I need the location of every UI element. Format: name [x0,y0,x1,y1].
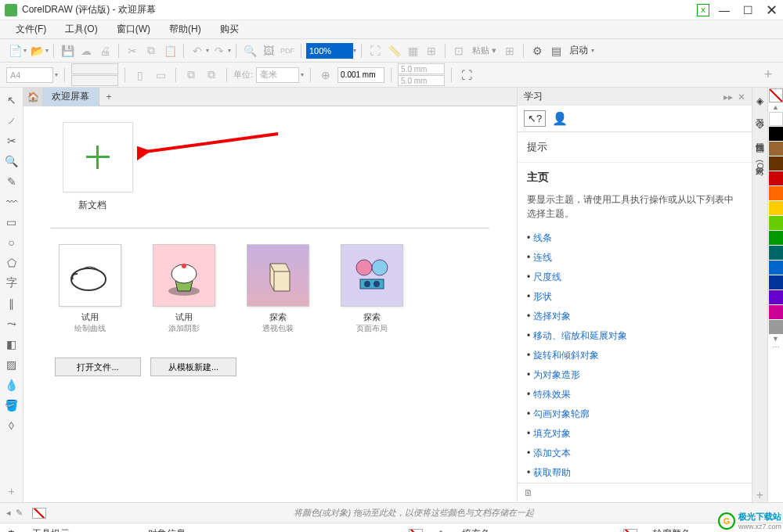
thumb-curves[interactable]: 试用 绘制曲线 [55,244,125,334]
pdf-button[interactable]: PDF [279,42,296,59]
snap-button[interactable]: ⊡ [450,42,467,59]
outline-swatch[interactable] [623,529,637,533]
thumb-perspective[interactable]: 探索 透视包装 [243,244,313,334]
nudge-distance[interactable] [337,67,384,83]
crop-tool[interactable]: ✂ [2,131,21,150]
status-gear-icon[interactable]: ⚙ [6,528,16,533]
duplicate-y[interactable] [398,75,445,86]
no-color[interactable] [769,88,783,102]
link-text[interactable]: 添加文本 [527,444,742,463]
grid-button[interactable]: ▦ [404,42,421,59]
link-lines[interactable]: 线条 [527,228,742,248]
ellipse-tool[interactable]: ○ [2,233,21,252]
palette-menu-icon[interactable]: ⋯ [768,343,783,351]
docker-cube-icon[interactable]: ◈ [756,95,763,106]
print-button[interactable]: 🖨 [96,42,114,59]
link-outline[interactable]: 勾画对象轮廓 [527,404,742,424]
toolbox-plus[interactable]: + [2,482,21,501]
table-button[interactable]: ⊞ [501,42,518,59]
open-file-button[interactable]: 打开文件... [55,358,141,376]
link-shape[interactable]: 形状 [527,287,742,307]
pages-icon[interactable]: ⧉ [182,66,200,84]
color-swatch-7[interactable] [769,216,783,230]
outline-tool[interactable]: ◊ [2,416,21,435]
link-dimension[interactable]: 尺度线 [527,268,742,287]
excel-icon[interactable]: X [697,4,709,16]
outline-pen-icon[interactable]: ✒ [600,529,608,533]
fullscreen-button[interactable]: ⛶ [366,42,384,59]
save-button[interactable]: 💾 [59,42,76,59]
ruler-button[interactable]: 📏 [385,42,402,59]
shape-tool[interactable]: ⟋ [2,111,21,130]
thumb-shadow[interactable]: 试用 添加阴影 [149,244,219,334]
palette-down-icon[interactable]: ▼ [768,335,783,343]
home-tab-icon[interactable]: 🏠 [23,88,42,106]
open-button[interactable]: 📂 [28,42,45,59]
menu-tools[interactable]: 工具(O) [56,21,106,38]
maximize-button[interactable]: ☐ [741,4,755,16]
layout-button[interactable]: ▤ [547,42,565,59]
menu-buy[interactable]: 购买 [211,21,248,38]
guides-button[interactable]: ⊞ [423,42,440,59]
color-swatch-1[interactable] [769,127,783,141]
panel-collapse-icon[interactable]: ▸▸ [723,92,733,102]
panel-close-icon[interactable]: ✕ [738,92,745,102]
color-swatch-12[interactable] [769,290,783,304]
text-tool[interactable]: 字 [2,274,21,293]
pick-tool[interactable]: ↖ [2,91,21,110]
doc-nocolor-swatch[interactable] [32,508,46,519]
add-tab-button[interactable]: + [99,88,118,106]
link-help[interactable]: 获取帮助 [527,463,742,483]
color-swatch-4[interactable] [769,171,783,185]
page-height[interactable] [71,75,118,86]
color-swatch-6[interactable] [769,201,783,215]
landscape-button[interactable]: ▭ [152,66,169,84]
link-effects[interactable]: 特殊效果 [527,385,742,404]
add-button[interactable]: + [760,66,777,84]
dropshadow-tool[interactable]: ◧ [2,335,21,354]
link-move[interactable]: 移动、缩放和延展对象 [527,326,742,346]
color-swatch-2[interactable] [769,142,783,156]
eyedropper-tool[interactable]: 💧 [2,376,21,394]
parallel-tool[interactable]: ∥ [2,294,21,313]
new-document-card[interactable] [63,122,133,192]
docker-diamond-icon[interactable]: ◇ [756,119,763,130]
polygon-tool[interactable]: ⬠ [2,253,21,272]
docker-learn-tab[interactable]: 学习 [752,106,767,119]
link-reshape[interactable]: 为对象造形 [527,365,742,385]
unit-select[interactable] [256,67,299,83]
freehand-tool[interactable]: ✎ [2,172,21,191]
close-button[interactable]: ✕ [764,2,778,19]
cloud-button[interactable]: ☁ [78,42,95,59]
color-swatch-9[interactable] [769,246,783,260]
color-swatch-10[interactable] [769,261,783,275]
user-icon[interactable]: 👤 [552,111,568,126]
minimize-button[interactable]: — [717,4,731,16]
menu-window[interactable]: 窗口(W) [107,21,160,38]
artistic-tool[interactable]: 〰 [2,192,21,211]
copy-button[interactable]: ⧉ [143,42,160,59]
zoom-tool[interactable]: 🔍 [2,152,21,171]
options-button[interactable]: ⚙ [529,42,546,59]
facing-pages-icon[interactable]: ⧉ [203,66,220,84]
edit-fill-icon[interactable]: ✎ [438,529,446,533]
paste-dropdown[interactable]: 粘贴 ▾ [469,45,500,56]
fill-tool[interactable]: 🪣 [2,396,21,415]
zoom-input[interactable] [306,43,353,59]
docker-layers-icon[interactable]: ▤ [756,142,764,153]
image-button[interactable]: 🖼 [260,42,277,59]
menu-file[interactable]: 文件(F) [6,21,56,38]
cut-button[interactable]: ✂ [124,42,141,59]
palette-up-icon[interactable]: ▲ [768,103,783,111]
color-swatch-3[interactable] [769,156,783,171]
docker-objects-tab[interactable]: 对象(O) [752,153,767,178]
connector-tool[interactable]: ⤳ [2,315,21,333]
search-button[interactable]: 🔍 [241,42,258,59]
undo-button[interactable]: ↶ [189,42,206,59]
paste-button[interactable]: 📋 [161,42,179,59]
welcome-tab[interactable]: 欢迎屏幕 [42,88,99,106]
link-connect[interactable]: 连线 [527,248,742,268]
duplicate-x[interactable] [398,63,445,74]
color-swatch-11[interactable] [769,275,783,289]
palette-arrow-left[interactable]: ◂ [6,508,11,518]
